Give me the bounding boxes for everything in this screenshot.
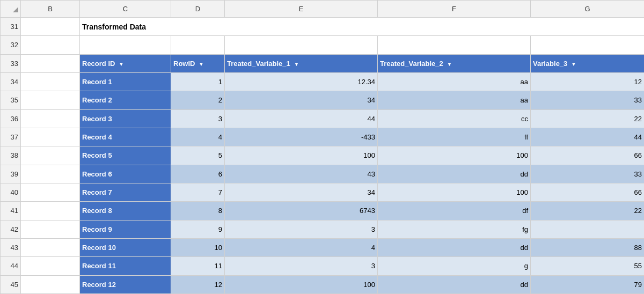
cell-rowid-45: 12 — [171, 275, 225, 293]
cell-tv2-38: 100 — [378, 146, 531, 165]
cell-tv1-41: 6743 — [225, 202, 378, 220]
cell-record-id-34: Record 1 — [80, 72, 171, 91]
cell-rowid-38: 5 — [171, 146, 225, 165]
cell-b35 — [21, 91, 80, 109]
cell-tv1-37: -433 — [225, 128, 378, 146]
cell-b40 — [21, 183, 80, 201]
col-header-d[interactable]: D — [171, 1, 225, 18]
cell-rowid-41: 8 — [171, 202, 225, 220]
row-43: 43Record 10104dd88 — [1, 238, 645, 256]
cell-b34 — [21, 72, 80, 91]
cell-record-id-40: Record 7 — [80, 183, 171, 201]
cell-b42 — [21, 220, 80, 238]
col-header-c[interactable]: C — [80, 1, 171, 18]
cell-tv2-37: ff — [378, 128, 531, 146]
row-num-42: 42 — [1, 220, 21, 238]
cell-e32 — [225, 36, 378, 54]
row-31: 31 Transformed Data — [1, 18, 645, 36]
dropdown-arrow-tv1[interactable]: ▼ — [294, 61, 299, 67]
row-num-39: 39 — [1, 165, 21, 183]
cell-record-id-38: Record 5 — [80, 146, 171, 165]
cell-v3-39: 33 — [531, 165, 645, 183]
cell-v3-34: 12 — [531, 72, 645, 91]
row-num-37: 37 — [1, 128, 21, 146]
cell-rowid-44: 11 — [171, 257, 225, 275]
col-header-e[interactable]: E — [225, 1, 378, 18]
cell-b41 — [21, 202, 80, 220]
cell-tv2-39: dd — [378, 165, 531, 183]
row-num-36: 36 — [1, 109, 21, 128]
cell-v3-43: 88 — [531, 238, 645, 256]
row-38: 38Record 5510010066 — [1, 146, 645, 165]
table-header-record-id[interactable]: Record ID ▼ — [80, 54, 171, 72]
cell-rowid-39: 6 — [171, 165, 225, 183]
cell-tv1-39: 43 — [225, 165, 378, 183]
cell-v3-45: 79 — [531, 275, 645, 293]
cell-record-id-35: Record 2 — [80, 91, 171, 109]
cell-v3-37: 44 — [531, 128, 645, 146]
dropdown-arrow-tv2[interactable]: ▼ — [447, 61, 452, 67]
cell-g32 — [531, 36, 645, 54]
cell-c32 — [80, 36, 171, 54]
cell-b36 — [21, 109, 80, 128]
cell-v3-40: 66 — [531, 183, 645, 201]
cell-record-id-44: Record 11 — [80, 257, 171, 275]
row-num-38: 38 — [1, 146, 21, 165]
row-36: 36Record 3344cc22 — [1, 109, 645, 128]
cell-rowid-42: 9 — [171, 220, 225, 238]
row-41: 41Record 886743df22 — [1, 202, 645, 220]
cell-v3-42 — [531, 220, 645, 238]
cell-b44 — [21, 257, 80, 275]
cell-v3-36: 22 — [531, 109, 645, 128]
row-num-44: 44 — [1, 257, 21, 275]
dropdown-arrow-v3[interactable]: ▼ — [571, 61, 576, 67]
spreadsheet: B C D E F G 31 Transformed Data 32 33 — [0, 0, 644, 294]
cell-record-id-39: Record 6 — [80, 165, 171, 183]
column-header-row: B C D E F G — [1, 1, 645, 18]
corner-cell — [1, 1, 21, 18]
cell-rowid-36: 3 — [171, 109, 225, 128]
table-header-tv2[interactable]: Treated_Variable_2 ▼ — [378, 54, 531, 72]
row-num-31: 31 — [1, 18, 21, 36]
cell-tv1-45: 100 — [225, 275, 378, 293]
row-44: 44Record 11113g55 — [1, 257, 645, 275]
cell-tv2-40: 100 — [378, 183, 531, 201]
row-42: 42Record 993fg — [1, 220, 645, 238]
cell-tv1-34: 12.34 — [225, 72, 378, 91]
cell-v3-35: 33 — [531, 91, 645, 109]
row-num-45: 45 — [1, 275, 21, 293]
row-num-43: 43 — [1, 238, 21, 256]
cell-tv1-43: 4 — [225, 238, 378, 256]
title-cell: Transformed Data — [80, 18, 645, 36]
cell-rowid-35: 2 — [171, 91, 225, 109]
cell-tv1-44: 3 — [225, 257, 378, 275]
cell-tv1-40: 34 — [225, 183, 378, 201]
dropdown-arrow-record-id[interactable]: ▼ — [119, 61, 124, 67]
cell-b31 — [21, 18, 80, 36]
row-35: 35Record 2234aa33 — [1, 91, 645, 109]
cell-tv2-36: cc — [378, 109, 531, 128]
cell-v3-38: 66 — [531, 146, 645, 165]
cell-record-id-43: Record 10 — [80, 238, 171, 256]
row-num-34: 34 — [1, 72, 21, 91]
row-34: 34Record 1112.34aa12 — [1, 72, 645, 91]
cell-tv2-34: aa — [378, 72, 531, 91]
cell-record-id-37: Record 4 — [80, 128, 171, 146]
cell-tv1-35: 34 — [225, 91, 378, 109]
cell-tv1-42: 3 — [225, 220, 378, 238]
table-header-tv1[interactable]: Treated_Variable_1 ▼ — [225, 54, 378, 72]
col-header-b[interactable]: B — [21, 1, 80, 18]
col-header-f[interactable]: F — [378, 1, 531, 18]
col-header-g[interactable]: G — [531, 1, 645, 18]
cell-b33 — [21, 54, 80, 72]
row-32: 32 — [1, 36, 645, 54]
dropdown-arrow-rowid[interactable]: ▼ — [199, 61, 204, 67]
cell-v3-44: 55 — [531, 257, 645, 275]
cell-tv2-43: dd — [378, 238, 531, 256]
cell-record-id-36: Record 3 — [80, 109, 171, 128]
table-header-v3[interactable]: Variable_3 ▼ — [531, 54, 645, 72]
row-num-40: 40 — [1, 183, 21, 201]
cell-tv1-36: 44 — [225, 109, 378, 128]
table-header-rowid[interactable]: RowID ▼ — [171, 54, 225, 72]
cell-rowid-37: 4 — [171, 128, 225, 146]
